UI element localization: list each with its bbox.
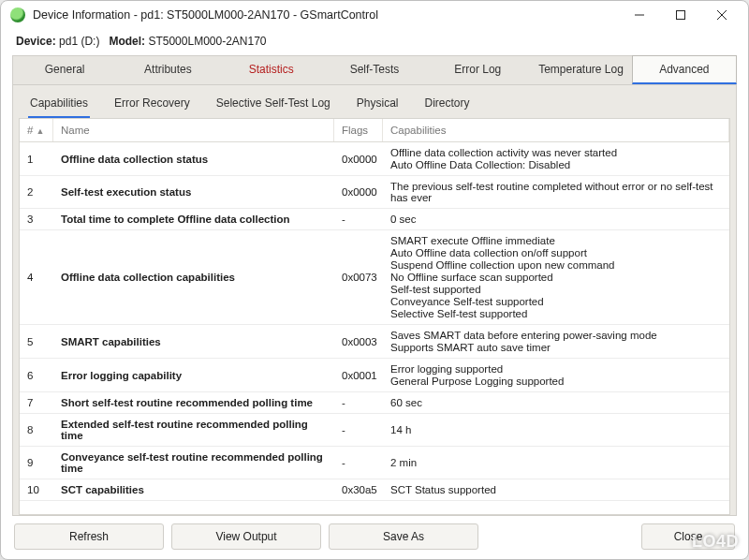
cell-number: 8 <box>20 420 53 440</box>
cell-capabilities: The previous self-test routine completed… <box>383 176 729 208</box>
table-row[interactable]: 1Offline data collection status0x0000Off… <box>20 142 729 176</box>
app-icon <box>10 7 25 22</box>
cell-flags: 0x0001 <box>334 365 383 386</box>
minimize-button[interactable] <box>619 2 660 28</box>
svg-rect-1 <box>677 11 685 20</box>
titlebar: Device Information - pd1: ST5000LM000-2A… <box>1 1 748 29</box>
table-row[interactable]: 7Short self-test routine recommended pol… <box>20 392 729 414</box>
table-row[interactable]: 4Offline data collection capabilities0x0… <box>20 230 729 325</box>
capability-line: Saves SMART data before entering power-s… <box>390 330 722 341</box>
table-row[interactable]: 2Self-test execution status0x0000The pre… <box>20 176 729 209</box>
content-area: Device: pd1 (D:) Model: ST5000LM000-2AN1… <box>1 29 748 559</box>
cell-number: 2 <box>20 182 53 202</box>
button-bar: Refresh View Output Save As Close <box>12 516 737 552</box>
refresh-button[interactable]: Refresh <box>14 523 164 550</box>
sub-panel: CapabilitiesError RecoverySelective Self… <box>12 84 737 516</box>
window: Device Information - pd1: ST5000LM000-2A… <box>0 0 749 560</box>
capability-line: Auto Offline Data Collection: Disabled <box>390 159 722 170</box>
cell-number: 4 <box>20 267 53 287</box>
tab-self-tests[interactable]: Self-Tests <box>323 56 426 84</box>
maximize-icon <box>676 10 685 20</box>
save-as-button[interactable]: Save As <box>329 523 478 550</box>
capability-line: General Purpose Logging supported <box>390 376 722 387</box>
cell-flags: - <box>334 392 383 413</box>
cell-name: Total time to complete Offline data coll… <box>53 209 334 229</box>
table-row[interactable]: 5SMART capabilities0x0003Saves SMART dat… <box>20 325 729 359</box>
view-output-button[interactable]: View Output <box>171 523 321 550</box>
cell-number: 10 <box>20 479 53 500</box>
close-window-button[interactable] <box>701 2 742 28</box>
window-title: Device Information - pd1: ST5000LM000-2A… <box>33 8 619 22</box>
table-body[interactable]: 1Offline data collection status0x0000Off… <box>20 142 729 514</box>
capability-line: Auto Offline data collection on/off supp… <box>390 247 722 258</box>
capability-line: SCT Status supported <box>390 484 722 495</box>
cell-flags: 0x0000 <box>334 149 383 169</box>
col-header-number[interactable]: #▲ <box>20 119 53 141</box>
cell-flags: 0x0000 <box>334 182 383 202</box>
cell-number: 9 <box>20 452 53 473</box>
cell-capabilities: 2 min <box>383 452 729 473</box>
tab-statistics[interactable]: Statistics <box>220 56 323 84</box>
capability-line: Selective Self-test supported <box>390 308 722 319</box>
close-button[interactable]: Close <box>641 523 735 550</box>
device-info-line: Device: pd1 (D:) Model: ST5000LM000-2AN1… <box>12 33 737 55</box>
window-controls <box>619 2 742 28</box>
capability-line: No Offline surface scan supported <box>390 272 722 283</box>
table-row[interactable]: 3Total time to complete Offline data col… <box>20 209 729 230</box>
cell-capabilities: Saves SMART data before entering power-s… <box>383 325 729 358</box>
capabilities-table: #▲ Name Flags Capabilities 1Offline data… <box>19 118 730 515</box>
col-header-flags[interactable]: Flags <box>334 119 383 141</box>
col-header-name[interactable]: Name <box>53 119 334 141</box>
cell-capabilities: SCT Status supported <box>383 479 729 500</box>
sub-tab-bar: CapabilitiesError RecoverySelective Self… <box>19 91 730 118</box>
tab-error-log[interactable]: Error Log <box>426 56 529 84</box>
tab-attributes[interactable]: Attributes <box>116 56 219 84</box>
capability-line: Error logging supported <box>390 363 722 375</box>
capability-line: 0 sec <box>390 214 722 225</box>
minimize-icon <box>635 10 644 20</box>
table-row[interactable]: 6Error logging capability0x0001Error log… <box>20 359 729 392</box>
sort-asc-icon: ▲ <box>36 126 44 136</box>
cell-flags: 0x0003 <box>334 332 383 352</box>
cell-capabilities: 60 sec <box>383 392 729 413</box>
spacer <box>486 523 634 550</box>
cell-name: Conveyance self-test routine recommended… <box>53 447 334 479</box>
main-tab-bar: GeneralAttributesStatisticsSelf-TestsErr… <box>12 55 737 84</box>
subtab-physical[interactable]: Physical <box>355 91 401 118</box>
model-value: ST5000LM000-2AN170 <box>148 35 266 48</box>
cell-number: 7 <box>20 392 53 413</box>
table-row[interactable]: 8Extended self-test routine recommended … <box>20 414 729 447</box>
cell-number: 3 <box>20 209 53 229</box>
cell-name: Extended self-test routine recommended p… <box>53 414 334 446</box>
subtab-selective-self-test-log[interactable]: Selective Self-Test Log <box>214 91 332 118</box>
capability-line: Self-test supported <box>390 284 722 295</box>
table-row[interactable]: 10SCT capabilities0x30a5SCT Status suppo… <box>20 479 729 501</box>
subtab-directory[interactable]: Directory <box>422 91 471 118</box>
cell-number: 5 <box>20 332 53 352</box>
cell-flags: 0x30a5 <box>334 479 383 500</box>
cell-number: 6 <box>20 365 53 386</box>
capability-line: 60 sec <box>390 397 722 408</box>
tab-temperature-log[interactable]: Temperature Log <box>529 56 632 84</box>
model-label: Model: <box>109 35 145 48</box>
cell-capabilities: 14 h <box>383 420 729 440</box>
table-header: #▲ Name Flags Capabilities <box>20 119 729 142</box>
cell-name: Offline data collection status <box>53 149 334 169</box>
capability-line: 14 h <box>390 424 722 435</box>
capability-line: Offline data collection activity was nev… <box>390 147 722 158</box>
cell-name: Short self-test routine recommended poll… <box>53 392 334 413</box>
cell-name: Error logging capability <box>53 365 334 386</box>
capability-line: Conveyance Self-test supported <box>390 296 722 307</box>
device-value: pd1 (D:) <box>59 35 99 48</box>
tab-general[interactable]: General <box>13 56 116 84</box>
cell-flags: - <box>334 209 383 229</box>
col-header-capabilities[interactable]: Capabilities <box>383 119 729 141</box>
tab-advanced[interactable]: Advanced <box>632 55 737 84</box>
cell-flags: - <box>334 420 383 440</box>
maximize-button[interactable] <box>660 2 701 28</box>
subtab-error-recovery[interactable]: Error Recovery <box>112 91 192 118</box>
cell-flags: 0x0073 <box>334 267 383 287</box>
subtab-capabilities[interactable]: Capabilities <box>28 91 90 118</box>
capability-line: Suspend Offline collection upon new comm… <box>390 259 722 271</box>
table-row[interactable]: 9Conveyance self-test routine recommende… <box>20 447 729 479</box>
